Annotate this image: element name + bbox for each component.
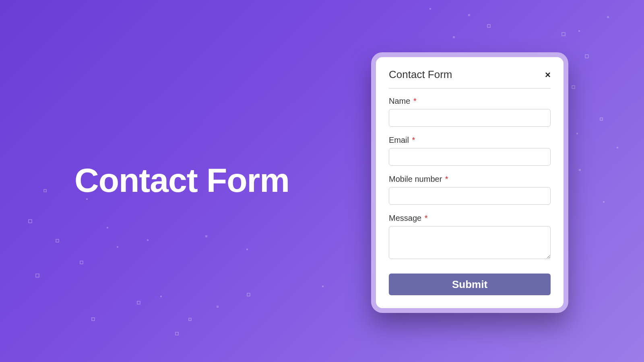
email-input[interactable] [389, 148, 551, 166]
field-group-message: Message * [389, 214, 551, 261]
decor-square [107, 227, 108, 228]
decor-square [453, 36, 455, 38]
decor-square [43, 189, 47, 192]
decor-square [468, 14, 470, 16]
decor-square [578, 30, 580, 32]
required-marker: * [412, 136, 415, 144]
decor-square [561, 32, 566, 36]
decor-square [617, 147, 618, 148]
decor-square [205, 235, 207, 237]
field-group-name: Name * [389, 97, 551, 127]
required-marker: * [425, 214, 428, 222]
message-label: Message * [389, 214, 551, 223]
decor-square [322, 286, 324, 287]
decor-square [607, 16, 609, 18]
field-group-email: Email * [389, 136, 551, 166]
decor-square [487, 24, 491, 28]
name-label: Name * [389, 97, 551, 106]
card-header: Contact Form × [389, 68, 551, 88]
decor-square [117, 246, 118, 248]
required-marker: * [445, 175, 448, 183]
decor-square [247, 293, 250, 296]
decor-square [160, 296, 162, 297]
email-label-text: Email [389, 136, 409, 144]
message-textarea[interactable] [389, 226, 551, 259]
mobile-input[interactable] [389, 187, 551, 205]
decor-square [91, 317, 95, 321]
name-input[interactable] [389, 109, 551, 127]
decor-square [217, 306, 219, 308]
decor-square [600, 117, 603, 121]
mobile-label: Mobile number * [389, 175, 551, 184]
close-icon[interactable]: × [545, 70, 551, 80]
decor-square [603, 201, 605, 203]
mobile-label-text: Mobile number [389, 175, 442, 183]
name-label-text: Name [389, 97, 410, 105]
decor-square [572, 85, 575, 89]
decor-square [429, 8, 431, 10]
decor-square [56, 239, 59, 243]
card-title: Contact Form [389, 68, 452, 81]
field-group-mobile: Mobile number * [389, 175, 551, 205]
decor-square [585, 54, 589, 58]
decor-square [576, 133, 578, 134]
decor-square [137, 301, 140, 304]
message-label-text: Message [389, 214, 421, 222]
contact-form-card: Contact Form × Name * Email * Mobile num… [371, 52, 568, 313]
required-marker: * [413, 97, 417, 105]
page-title: Contact Form [74, 161, 289, 200]
submit-button[interactable]: Submit [389, 274, 551, 295]
decor-square [28, 219, 32, 223]
decor-square [35, 274, 39, 278]
decor-square [147, 239, 149, 241]
decor-square [188, 318, 192, 321]
decor-square [80, 261, 83, 264]
email-label: Email * [389, 136, 551, 145]
decor-square [246, 249, 248, 250]
decor-square [175, 332, 179, 335]
decor-square [579, 169, 581, 171]
